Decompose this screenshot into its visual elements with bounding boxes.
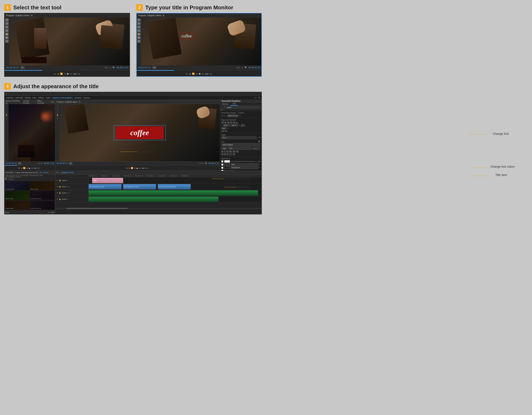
pen-icon[interactable]: ✏: [5, 26, 9, 29]
step2-ctrl-play[interactable]: ▶: [199, 72, 201, 75]
eg-align-btn2[interactable]: ⊟: [224, 122, 227, 124]
src-tb6[interactable]: ◻: [6, 116, 7, 118]
src-tb2[interactable]: ↗: [6, 107, 7, 109]
step2-ctrl-fwd[interactable]: ⏭: [202, 73, 204, 75]
eg-bold[interactable]: B: [221, 150, 224, 153]
step2-ctrl-stepback[interactable]: ◀: [189, 73, 191, 75]
source-fit[interactable]: Fit: [18, 162, 21, 165]
src-ctrl4[interactable]: ⏮: [26, 167, 28, 169]
source-tab[interactable]: Source: Working 01: [6, 100, 22, 104]
step2-hand-icon[interactable]: ✋: [137, 33, 141, 36]
project-label[interactable]: Project: Coffe Shop Day in the Life: [15, 172, 38, 173]
eg-styles-value[interactable]: None: [221, 136, 256, 139]
search-icon[interactable]: 🔍: [5, 178, 7, 180]
eg-rot-val[interactable]: 0: [241, 124, 245, 127]
v1-lock[interactable]: 🔒: [59, 186, 61, 188]
track-audio1-content[interactable]: [89, 190, 262, 196]
eg-ctrl2[interactable]: +: [223, 109, 224, 111]
eg-pos-x[interactable]: 551.1: [223, 124, 230, 127]
hand-icon[interactable]: ✋: [5, 33, 9, 36]
step1-ctrl-end[interactable]: ⏭: [78, 73, 80, 75]
program-menu[interactable]: ☰: [79, 101, 80, 103]
prog-ctrl-add[interactable]: +: [148, 167, 149, 169]
prog-tb6[interactable]: ◻: [57, 116, 58, 118]
clip-audio2[interactable]: [89, 197, 218, 202]
prog-ctrl2[interactable]: ◀: [129, 167, 130, 169]
eg-font-style[interactable]: Italic: [221, 147, 228, 150]
prog-tb7[interactable]: T: [57, 119, 58, 120]
v2-lock[interactable]: 🔒: [59, 180, 61, 181]
clip-v1c[interactable]: SNGT_500_500_TILL.MOV [V]: [158, 184, 191, 190]
src-ctrl6[interactable]: ▶▶: [34, 167, 37, 169]
src-tb5[interactable]: ✋: [6, 114, 8, 116]
eg-color2-checkbox[interactable]: [221, 164, 223, 165]
workspace-libraries[interactable]: Libraries: [74, 97, 82, 99]
eg-color2-swatch[interactable]: [224, 163, 230, 166]
step2-ctrl-stepfwd[interactable]: ▶▶: [206, 73, 209, 75]
eg-color1-val[interactable]: 1.0: [258, 161, 260, 163]
step2-progress-bar[interactable]: [137, 70, 262, 71]
eg-align-btn5[interactable]: ⊕: [233, 122, 235, 124]
step2-ctrl-stop[interactable]: ⏮: [196, 73, 198, 75]
arrow-icon[interactable]: ↖: [5, 19, 9, 21]
eg-pin-dropdown[interactable]: ▼: [239, 115, 241, 117]
prog-ctrl7[interactable]: ⏭: [146, 167, 147, 169]
footage-min-val[interactable]: 8.8: [50, 212, 54, 213]
a1-eye[interactable]: 👁: [57, 192, 58, 194]
thumb-4[interactable]: Counter Service 01: [30, 191, 55, 200]
eg-superscript[interactable]: A²: [229, 150, 232, 153]
step1-ctrl-play[interactable]: ▶: [67, 72, 69, 75]
eg-styles-menu[interactable]: ☰: [259, 137, 260, 139]
eg-tab-edit[interactable]: Edit: [230, 102, 238, 106]
workspace-more[interactable]: >>: [254, 97, 257, 99]
tl-scrollbar-track[interactable]: [56, 208, 261, 209]
thumb-2[interactable]: Making Coffee: [30, 181, 55, 190]
step2-ctrl-back[interactable]: ⏮: [186, 73, 188, 75]
eg-color3-plus[interactable]: +: [259, 167, 260, 168]
src-tb1[interactable]: ↖: [6, 105, 7, 107]
workspace-assembly[interactable]: Assembly: [15, 97, 23, 99]
eg-underline[interactable]: U: [226, 150, 229, 153]
zoom-icon[interactable]: 🔍: [5, 36, 9, 39]
v1-eye[interactable]: 👁: [57, 186, 58, 187]
step2-fit-dropdown[interactable]: Fit: [152, 66, 156, 69]
tl-header-graphics[interactable]: Graphics demo: [61, 172, 73, 174]
eg-size-slider[interactable]: ——: [252, 147, 260, 150]
thumb-1[interactable]: You belong here: [5, 181, 29, 190]
eg-align-left[interactable]: ≡: [221, 153, 224, 155]
prog-tb4[interactable]: ◻: [57, 112, 58, 114]
eg-ctrl1[interactable]: ☰: [221, 109, 222, 111]
timeline-scrollbar[interactable]: [55, 203, 262, 214]
workspace-color[interactable]: Color: [32, 97, 37, 99]
src-ctrl3[interactable]: ⏪: [23, 167, 25, 169]
arrow2-icon[interactable]: ↗: [5, 22, 9, 25]
clip-coffee-v2[interactable]: coffee: [92, 178, 123, 183]
prog-ctrl-play[interactable]: ▶: [137, 167, 138, 169]
src-ctrl7[interactable]: ⏭: [38, 167, 40, 169]
clip-v1b[interactable]: SNGT_500_500_TILL.MOV: [123, 184, 156, 190]
prog-ctrl6[interactable]: ▶▶: [142, 167, 145, 169]
footage-label[interactable]: FOOTAGE: [5, 172, 13, 174]
step1-ctrl-back[interactable]: ◀: [57, 73, 59, 75]
eg-styles-add[interactable]: +: [257, 137, 258, 139]
prog-tb3[interactable]: ✏: [57, 110, 58, 111]
prog-ctrl3[interactable]: ⏪: [131, 167, 133, 169]
text-tab[interactable]: Text: [50, 101, 54, 103]
track-audio2-content[interactable]: [89, 196, 262, 202]
eg-align-center[interactable]: ≡: [224, 153, 226, 155]
src-ctrl1[interactable]: ⏮: [18, 167, 20, 169]
tl-header-mov[interactable]: Mov: [56, 172, 59, 174]
src-tb3[interactable]: ✏: [6, 110, 7, 111]
prog-ctrl1[interactable]: ⏮: [126, 167, 128, 169]
eg-align-btn4[interactable]: ⊡: [230, 122, 233, 124]
bin-label[interactable]: Bin_Selects: [40, 172, 48, 174]
src-ctrl-add[interactable]: +: [40, 167, 42, 169]
clip-v1a[interactable]: SNGT_500_500_TILL.MOV: [89, 184, 122, 190]
thumb-6[interactable]: Counter Service 02: [30, 201, 55, 210]
step1-ctrl-fwd[interactable]: ⏭: [70, 73, 72, 75]
workspace-learning[interactable]: Learning: [6, 97, 13, 99]
eg-smallcaps[interactable]: Tr: [236, 150, 239, 153]
eg-color2-plus[interactable]: +: [259, 164, 260, 165]
eraser-icon[interactable]: ◻: [5, 29, 9, 32]
eg-tab-stop[interactable]: →: [229, 153, 232, 155]
